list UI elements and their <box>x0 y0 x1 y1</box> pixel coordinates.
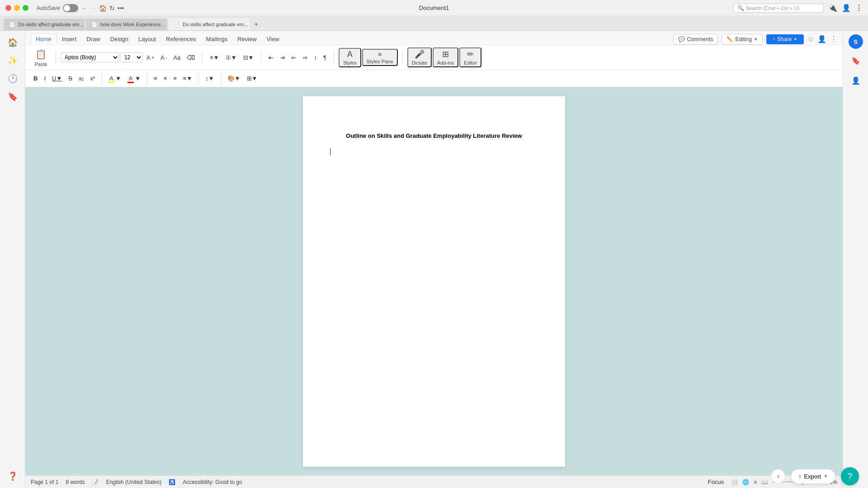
tab-design[interactable]: Design <box>106 33 133 45</box>
app-container: 🏠 ✨ 🕐 🔖 ❓ Home Insert Draw Design Layout… <box>0 31 868 488</box>
tab-mailings[interactable]: Mailings <box>202 33 232 45</box>
bold-button[interactable]: B <box>31 74 40 83</box>
underline-button[interactable]: U▼ <box>49 74 65 83</box>
bookmark-right-icon[interactable]: 🔖 <box>848 52 864 69</box>
clear-format-button[interactable]: ⌫ <box>184 53 198 62</box>
bullets-button[interactable]: ≡▼ <box>207 53 222 62</box>
window-controls[interactable]: ⋮ <box>855 4 863 12</box>
numbering-button[interactable]: ①▼ <box>223 53 240 62</box>
superscript-button[interactable]: x² <box>87 74 98 83</box>
profile-icon[interactable]: 👤 <box>842 4 851 12</box>
tab-label-2: how does Work Experience... <box>100 22 165 27</box>
word-count: 8 words <box>66 479 85 485</box>
justify-button[interactable]: ≡▼ <box>180 74 195 83</box>
export-icon: ↑ <box>798 473 802 480</box>
new-tab-button[interactable]: + <box>250 19 262 29</box>
star-icon[interactable]: ☆ <box>807 35 814 43</box>
sort-button[interactable]: ↕ <box>311 53 320 62</box>
tab-layout[interactable]: Layout <box>134 33 160 45</box>
multilevel-button[interactable]: ⊟▼ <box>241 53 257 62</box>
browser-tab-2[interactable]: 📄 how does Work Experience... ✕ <box>86 19 167 30</box>
nav-back-icon[interactable]: ← <box>81 5 87 12</box>
dictate-button[interactable]: 🎤 Dictate <box>407 47 432 67</box>
maximize-button[interactable] <box>23 5 28 11</box>
editing-label: Editing <box>735 36 752 42</box>
ribbon-right: 💬 Comments ✏️ Editing ▼ ↑ Share ▼ ☆ 👤 <box>673 34 837 45</box>
tab-review[interactable]: Review <box>233 33 261 45</box>
decrease-indent-button[interactable]: ⇤ <box>266 53 276 62</box>
more-icon[interactable]: ••• <box>118 5 124 12</box>
print-layout-icon[interactable]: ⬜ <box>731 479 738 485</box>
styles-button[interactable]: A Styles <box>339 48 361 67</box>
share-button[interactable]: ↑ Share ▼ <box>766 34 804 44</box>
font-size-select[interactable]: 12 <box>120 52 143 62</box>
autosave-toggle[interactable] <box>63 4 78 12</box>
paste-button[interactable]: 📋 <box>33 48 49 61</box>
sidebar-help-icon[interactable]: ❓ <box>5 468 21 484</box>
shrink-font-button[interactable]: A- <box>158 53 170 62</box>
focus-button[interactable]: Focus <box>705 478 726 486</box>
sidebar-history-icon[interactable]: 🕐 <box>5 70 21 87</box>
refresh-icon[interactable]: ↻ <box>109 5 115 12</box>
align-center-button[interactable]: ≡ <box>161 74 170 83</box>
sidebar-ai-icon[interactable]: ✨ <box>5 52 21 69</box>
tab-references[interactable]: References <box>161 33 200 45</box>
rtl-button[interactable]: ⇐ <box>288 53 299 62</box>
minimize-button[interactable] <box>14 5 20 11</box>
comments-button[interactable]: 💬 Comments <box>673 34 718 45</box>
outline-view-icon[interactable]: ≡ <box>754 479 757 485</box>
editor-button[interactable]: ✏ Editor <box>459 47 481 67</box>
browser-tab-3[interactable]: 📄 Do skills affect graduate em... ✕ <box>168 19 250 30</box>
nav-forward-icon[interactable]: → <box>90 5 96 12</box>
dictate-label: Dictate <box>412 60 427 66</box>
sidebar-bookmark-icon[interactable]: 🔖 <box>5 89 21 105</box>
help-button[interactable]: ? <box>841 467 859 485</box>
text-highlight-button[interactable]: A ▼ <box>105 74 124 83</box>
ltr-button[interactable]: ⇒ <box>300 53 310 62</box>
subscript-button[interactable]: x₂ <box>76 74 87 83</box>
align-right-button[interactable]: ≡ <box>170 74 179 83</box>
show-marks-button[interactable]: ¶ <box>321 53 329 62</box>
tab-view[interactable]: View <box>262 33 284 45</box>
line-spacing-button[interactable]: ↕▼ <box>203 74 217 83</box>
ribbon: Home Insert Draw Design Layout Reference… <box>25 31 843 87</box>
italic-button[interactable]: I <box>41 74 48 83</box>
increase-indent-button[interactable]: ⇥ <box>277 53 288 62</box>
line-spacing-group: ↕▼ <box>203 74 217 83</box>
tab-home[interactable]: Home <box>31 33 57 45</box>
addins-label: Add-ins <box>437 60 454 66</box>
strikethrough-button[interactable]: S <box>66 74 75 83</box>
styles-pane-label: Styles Pane <box>367 59 393 64</box>
read-mode-icon[interactable]: 📖 <box>761 479 768 485</box>
expand-button[interactable]: › <box>771 469 785 483</box>
font-color-button[interactable]: A ▼ <box>125 74 143 83</box>
home-icon[interactable]: 🏠 <box>99 5 107 12</box>
search-box[interactable]: 🔍 Search (Cmd + Ctrl + U) <box>733 4 824 13</box>
editing-button[interactable]: ✏️ Editing ▼ <box>722 34 763 45</box>
sidebar-home-icon[interactable]: 🏠 <box>5 34 21 51</box>
tab-favicon-3: 📄 <box>174 22 180 28</box>
highlight-icon: A <box>109 75 113 82</box>
export-button[interactable]: ↑ Export ▼ <box>791 469 835 484</box>
person-icon[interactable]: 👤 <box>817 35 826 43</box>
ribbon-more-icon[interactable]: ⋮ <box>830 35 837 43</box>
browser-tab-1[interactable]: 📄 Do skills affect graduate em... ✕ <box>4 19 85 30</box>
styles-label: Styles <box>343 60 357 66</box>
web-layout-icon[interactable]: 🌐 <box>742 479 749 485</box>
addins-button[interactable]: ⊞ Add-ins <box>433 47 458 67</box>
tab-insert[interactable]: Insert <box>57 33 81 45</box>
document-area[interactable]: Outline on Skills and Graduate Employabi… <box>25 87 843 475</box>
align-left-button[interactable]: ≡ <box>151 74 160 83</box>
right-panel: S 🔖 👤 <box>843 31 868 488</box>
shading-button[interactable]: 🎨▼ <box>225 74 243 83</box>
font-name-select[interactable]: Aptos (Body) <box>61 52 119 62</box>
grow-font-button[interactable]: A+ <box>144 53 157 62</box>
person-right-icon[interactable]: 👤 <box>848 72 864 89</box>
styles-pane-button[interactable]: ≡ Styles Pane <box>362 49 398 66</box>
tab-draw[interactable]: Draw <box>82 33 104 45</box>
user-avatar[interactable]: S <box>849 34 863 49</box>
borders-button[interactable]: ⊞▼ <box>244 74 260 83</box>
change-case-button[interactable]: Aa <box>170 53 183 62</box>
close-button[interactable] <box>5 5 11 11</box>
extensions-icon[interactable]: 🔌 <box>828 4 837 12</box>
